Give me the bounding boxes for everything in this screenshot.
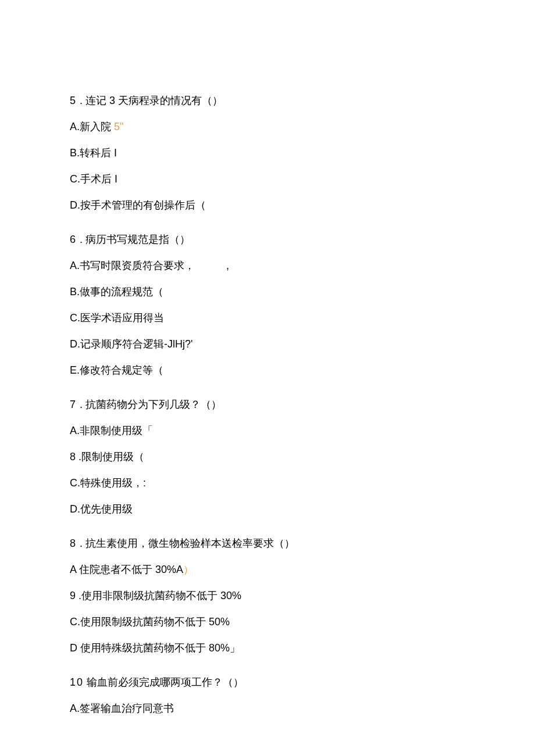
question-text: . 抗生素使用，微生物检验样本送检率要求（） [77, 538, 295, 549]
option-a: A 住院患者不低于 30%A） [70, 562, 465, 578]
option-c: C.手术后 I [70, 171, 465, 187]
option-a: A.签署输血治疗同意书 [70, 701, 465, 716]
question-number: 5 [70, 95, 77, 106]
question-number: 10 [70, 676, 84, 688]
option-d: D.优先使用级 [70, 501, 465, 517]
option-e: E.修改符合规定等（ [70, 363, 465, 378]
option-label: D.按手术管理的有创操作后（ [70, 199, 206, 211]
option-c: C.医学术语应用得当 [70, 310, 465, 326]
option-label: E.修改符合规定等（ [70, 364, 163, 376]
option-extra: 5" [111, 121, 123, 132]
question-title: 7 . 抗菌药物分为下列几级？（） [70, 397, 465, 413]
option-label: A.非限制使用级「 [70, 425, 153, 436]
option-d: D.记录顺序符合逻辑-JlHj?' [70, 336, 465, 352]
question-text: 输血前必须完成哪两项工作？（） [84, 676, 244, 688]
option-b: 9 .使用非限制级抗菌药物不低于 30% [70, 588, 465, 604]
option-b: B.做事的流程规范（ [70, 284, 465, 300]
option-label: D 使用特殊级抗菌药物不低于 80%」 [70, 642, 240, 654]
question-6: 6 . 病历书写规范是指（） A.书写时限资质符合要求， , B.做事的流程规范… [70, 232, 465, 378]
option-label: 9 .使用非限制级抗菌药物不低于 30% [70, 590, 241, 601]
option-label: A.书写时限资质符合要求， , [70, 260, 229, 271]
question-title: 6 . 病历书写规范是指（） [70, 232, 465, 248]
option-b: 8 .限制使用级（ [70, 449, 465, 465]
question-7: 7 . 抗菌药物分为下列几级？（） A.非限制使用级「 8 .限制使用级（ C.… [70, 397, 465, 517]
option-b: B.转科后 I [70, 145, 465, 161]
question-number: 7 [70, 399, 77, 410]
option-label: C.使用限制级抗菌药物不低于 50% [70, 616, 230, 628]
option-label: C.特殊使用级，: [70, 477, 146, 489]
option-label: D.优先使用级 [70, 503, 133, 515]
question-title: 5 . 连记 3 天病程录的情况有（） [70, 93, 465, 109]
question-5: 5 . 连记 3 天病程录的情况有（） A.新入院 5" B.转科后 I C.手… [70, 93, 465, 213]
question-text: . 病历书写规范是指（） [77, 234, 190, 245]
question-title: 8 . 抗生素使用，微生物检验样本送检率要求（） [70, 536, 465, 551]
option-label: A 住院患者不低于 30%A [70, 564, 183, 575]
option-c: C.特殊使用级，: [70, 475, 465, 491]
option-d: D 使用特殊级抗菌药物不低于 80%」 [70, 640, 465, 656]
option-label: C.医学术语应用得当 [70, 312, 164, 324]
option-label: B.转科后 I [70, 147, 117, 159]
question-text: . 连记 3 天病程录的情况有（） [77, 95, 223, 106]
option-c: C.使用限制级抗菌药物不低于 50% [70, 614, 465, 630]
option-label: A.新入院 [70, 121, 111, 132]
question-title: 10 输血前必须完成哪两项工作？（） [70, 675, 465, 690]
option-a: A.新入院 5" [70, 119, 465, 135]
option-d: D.按手术管理的有创操作后（ [70, 198, 465, 213]
option-label: C.手术后 I [70, 173, 117, 185]
option-label: B.做事的流程规范（ [70, 286, 163, 298]
option-extra: ） [183, 564, 194, 575]
question-8: 8 . 抗生素使用，微生物检验样本送检率要求（） A 住院患者不低于 30%A）… [70, 536, 465, 656]
question-text: . 抗菌药物分为下列几级？（） [77, 399, 222, 410]
question-number: 8 [70, 538, 77, 549]
question-number: 6 [70, 234, 77, 245]
option-a: A.书写时限资质符合要求， , [70, 258, 465, 274]
option-label: A.签署输血治疗同意书 [70, 703, 174, 714]
option-a: A.非限制使用级「 [70, 423, 465, 439]
option-label: 8 .限制使用级（ [70, 451, 144, 463]
question-10: 10 输血前必须完成哪两项工作？（） A.签署输血治疗同意书 [70, 675, 465, 716]
option-label: D.记录顺序符合逻辑-JlHj?' [70, 338, 192, 350]
